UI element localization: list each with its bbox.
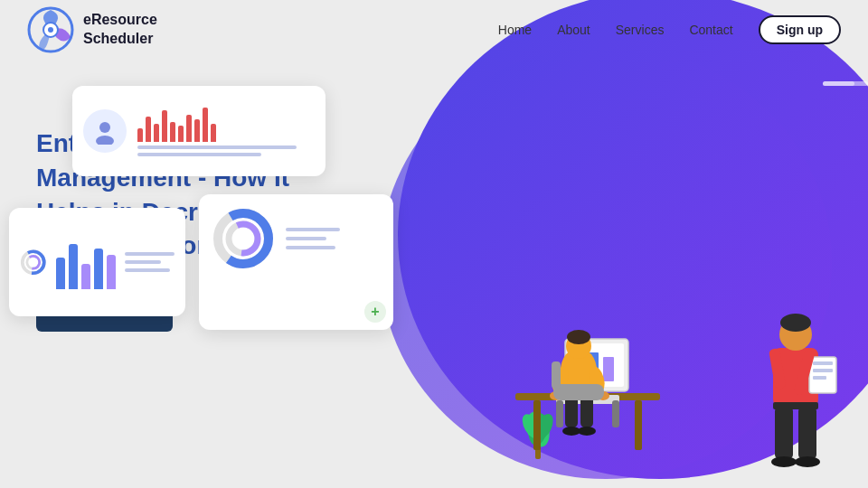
header: eResource Scheduler Home About Services … — [0, 0, 868, 59]
svg-point-3 — [96, 136, 114, 145]
svg-rect-42 — [552, 361, 561, 389]
add-button[interactable]: + — [364, 301, 386, 323]
page: + — [0, 0, 868, 488]
person-sitting — [506, 276, 669, 465]
nav-home[interactable]: Home — [498, 23, 532, 37]
svg-point-56 — [795, 456, 820, 467]
text-lines — [137, 145, 315, 156]
signup-button[interactable]: Sign up — [759, 15, 841, 44]
nav-contact[interactable]: Contact — [689, 23, 732, 37]
svg-point-59 — [48, 27, 53, 33]
svg-point-2 — [99, 122, 110, 133]
card-content — [212, 207, 381, 270]
label-lines — [125, 252, 175, 272]
vertical-bars — [56, 235, 116, 289]
svg-rect-54 — [798, 407, 816, 459]
avatar — [83, 109, 127, 153]
svg-point-38 — [578, 427, 596, 436]
donut-chart-right — [212, 207, 275, 270]
svg-point-30 — [567, 330, 590, 344]
svg-rect-49 — [813, 376, 826, 380]
svg-rect-18 — [533, 400, 541, 450]
analytics-card-left — [9, 208, 185, 316]
svg-rect-39 — [553, 384, 604, 400]
profile-card — [72, 86, 326, 176]
svg-rect-40 — [556, 400, 563, 427]
nav-services[interactable]: Services — [616, 23, 665, 37]
profile-chart — [137, 106, 315, 156]
donut-chart — [20, 233, 47, 292]
logo-text: eResource Scheduler — [83, 11, 157, 49]
navigation: Home About Services Contact Sign up — [498, 15, 841, 44]
person-standing — [741, 276, 850, 474]
svg-rect-53 — [775, 407, 793, 459]
nav-about[interactable]: About — [557, 23, 590, 37]
svg-rect-19 — [635, 400, 642, 450]
logo-area: eResource Scheduler — [27, 6, 157, 53]
bar-chart — [137, 106, 315, 142]
svg-rect-47 — [813, 361, 833, 365]
svg-point-55 — [771, 456, 797, 467]
svg-rect-48 — [813, 369, 833, 372]
svg-rect-24 — [603, 357, 614, 381]
analytics-card-right: + — [199, 194, 393, 330]
svg-rect-41 — [612, 400, 619, 427]
logo-icon — [27, 6, 74, 53]
right-lines — [286, 228, 340, 249]
svg-point-45 — [780, 314, 811, 332]
